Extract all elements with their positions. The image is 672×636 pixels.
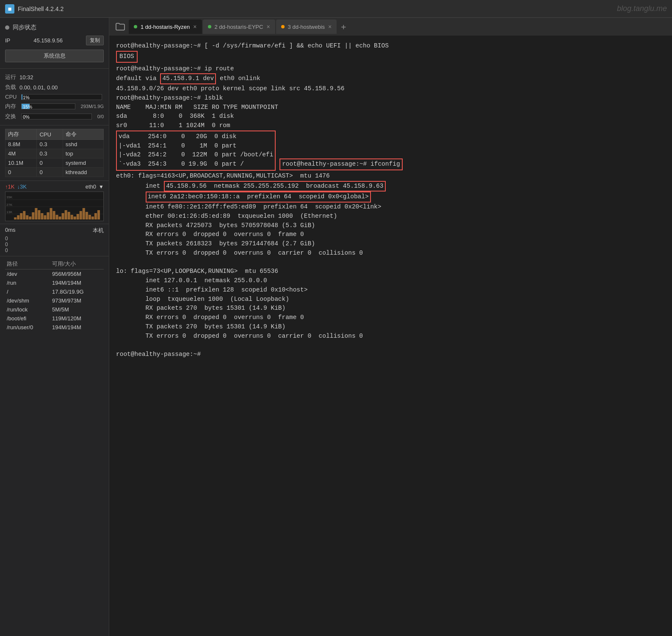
term-line-10: vda 254:0 0 20G 0 disk (119, 132, 273, 142)
system-stats: 运行 10:32 负载 0.00, 0.01, 0.00 CPU 1% 内存 1… (0, 69, 109, 125)
svg-rect-7 (17, 215, 19, 219)
disk-path: /dev/shm (5, 296, 50, 305)
watermark: blog.tanglu.me (617, 4, 667, 13)
svg-rect-30 (86, 212, 88, 219)
disk-header-size: 可用/大小 (50, 259, 104, 269)
list-item: /run 194M/194M (5, 278, 104, 287)
disk-path: / (5, 287, 50, 296)
net-dropdown-icon[interactable]: ▼ (99, 184, 104, 190)
app-title: FinalShell 4.2.4.2 (18, 6, 64, 12)
svg-rect-31 (88, 215, 91, 219)
proc-header-cmd: 命令 (63, 129, 103, 140)
net-chart: 39K 27K 13K (5, 192, 104, 221)
term-line-3: root@healthy-passage:~# ip route (116, 64, 665, 74)
proc-header-mem: 内存 (6, 129, 37, 140)
sysinfo-button[interactable]: 系统信息 (5, 50, 104, 62)
proc-cmd: kthreadd (63, 168, 103, 177)
proc-cpu: 0 (37, 158, 63, 168)
term-line-19: ether 00:e1:26:d5:ed:89 txqueuelen 1000 … (116, 212, 665, 221)
svg-rect-6 (14, 217, 17, 219)
tab-1-label: 1 dd-hostaris-Ryzen (141, 24, 190, 30)
proc-header-cpu: CPU (37, 129, 63, 140)
svg-rect-18 (50, 208, 52, 219)
sidebar: 同步状态 IP 45.158.9.56 复制 系统信息 运行 10:32 负载 … (0, 18, 109, 636)
disk-size: 17.8G/19.9G (50, 287, 104, 296)
load-value: 0.00, 0.01, 0.00 (19, 84, 58, 91)
svg-rect-28 (80, 211, 82, 219)
latency-val-1: 0 (5, 236, 104, 242)
tab-2-dot (208, 25, 211, 28)
tabbar: 1 dd-hostaris-Ryzen × 2 dd-hostaris-EYPC… (109, 18, 672, 36)
svg-rect-9 (23, 211, 25, 219)
tab-3-dot (281, 25, 285, 28)
term-line-30: TX packets 270 bytes 15301 (14.9 KiB) (116, 322, 665, 332)
list-item: /boot/efi 119M/120M (5, 314, 104, 323)
new-tab-button[interactable]: + (337, 21, 349, 33)
tab-1[interactable]: 1 dd-hostaris-Ryzen × (129, 19, 202, 34)
sync-label: 同步状态 (13, 24, 36, 31)
cpu-label: CPU (5, 94, 17, 100)
folder-icon[interactable] (113, 20, 128, 33)
latency-data: 0 0 0 (5, 236, 104, 253)
term-line-prompt-final: root@healthy-passage:~# (116, 350, 665, 359)
swap-detail: 0/0 (97, 114, 104, 119)
term-line-4: default via 45.158.9.1 dev eth0 onlink (116, 73, 665, 84)
table-row: 0 0 kthreadd (6, 168, 104, 177)
latency-val-3: 0 (5, 247, 104, 253)
svg-rect-26 (74, 217, 76, 219)
process-table: 内存 CPU 命令 8.8M 0.3 sshd 4M 0.3 top 10.1M… (5, 129, 104, 177)
table-row: 10.1M 0 systemd (6, 158, 104, 168)
disk-size: 194M/194M (50, 278, 104, 287)
svg-rect-22 (62, 213, 64, 219)
disk-path: /run/user/0 (5, 323, 50, 332)
load-label: 负载 (5, 83, 17, 91)
term-line-26: inet6 ::1 prefixlen 128 scopeid 0x10<hos… (116, 286, 665, 295)
term-line-20: RX packets 4725073 bytes 5705978048 (5.3… (116, 221, 665, 231)
swap-label: 交换 (5, 113, 17, 120)
network-section: ↑1K ↓3K eth0 ▼ 39K 27K 13K (0, 181, 109, 224)
svg-rect-29 (83, 208, 85, 219)
list-item: /dev 956M/956M (5, 269, 104, 279)
terminal[interactable]: root@healthy-passage:~# [ -d /sys/firmwa… (109, 36, 672, 636)
term-line-2: BIOS (116, 51, 665, 63)
ip-label: IP (5, 37, 10, 44)
load-row: 负载 0.00, 0.01, 0.00 (5, 82, 104, 92)
term-line-12: |-vda2 254:2 0 122M 0 part /boot/efi (119, 150, 273, 160)
main-layout: 同步状态 IP 45.158.9.56 复制 系统信息 运行 10:32 负载 … (0, 18, 672, 636)
tab-3[interactable]: 3 dd-hostwebis × (276, 19, 337, 34)
term-line-17: inet6 2a12:bec0:150:18::a prefixlen 64 s… (116, 192, 665, 203)
svg-rect-15 (41, 213, 43, 219)
tab-1-close[interactable]: × (193, 24, 196, 30)
swap-bar: 0% (21, 114, 92, 119)
net-interface: eth0 (86, 183, 96, 190)
term-line-31: TX errors 0 dropped 0 overruns 0 carrier… (116, 332, 665, 341)
tab-3-close[interactable]: × (328, 24, 332, 30)
cpu-bar-fill (22, 94, 22, 100)
svg-rect-23 (65, 210, 67, 219)
tab-2-close[interactable]: × (266, 24, 270, 30)
svg-rect-13 (35, 208, 37, 219)
proc-cpu: 0 (37, 168, 63, 177)
term-line-5: 45.158.9.0/26 dev eth0 proto kernel scop… (116, 84, 665, 94)
cpu-percent: 1% (23, 94, 30, 100)
table-row: 8.8M 0.3 sshd (6, 140, 104, 149)
term-line-11: |-vda1 254:1 0 1M 0 part (119, 142, 273, 151)
proc-cmd: top (63, 149, 103, 158)
tab-2-label: 2 dd-hostaris-EYPC (215, 24, 263, 30)
svg-rect-10 (26, 215, 28, 219)
tab-3-label: 3 dd-hostwebis (288, 24, 325, 30)
folder-svg (116, 23, 125, 31)
vda-block: vda 254:0 0 20G 0 disk |-vda1 254:1 0 1M… (116, 131, 276, 171)
svg-rect-33 (94, 213, 97, 219)
term-line-1: root@healthy-passage:~# [ -d /sys/firmwa… (116, 42, 665, 51)
mem-detail: 293M/1.9G (81, 104, 104, 109)
term-line-6: root@healthy-passage:~# lsblk (116, 94, 665, 103)
disk-size: 973M/973M (50, 296, 104, 305)
term-line-16: inet 45.158.9.56 netmask 255.255.255.192… (116, 181, 665, 192)
process-section: 内存 CPU 命令 8.8M 0.3 sshd 4M 0.3 top 10.1M… (0, 125, 109, 181)
proc-mem: 10.1M (6, 158, 37, 168)
copy-button[interactable]: 复制 (86, 36, 104, 45)
svg-text:39K: 39K (6, 195, 13, 199)
tab-2[interactable]: 2 dd-hostaris-EYPC × (203, 19, 275, 34)
latency-val-2: 0 (5, 242, 104, 247)
